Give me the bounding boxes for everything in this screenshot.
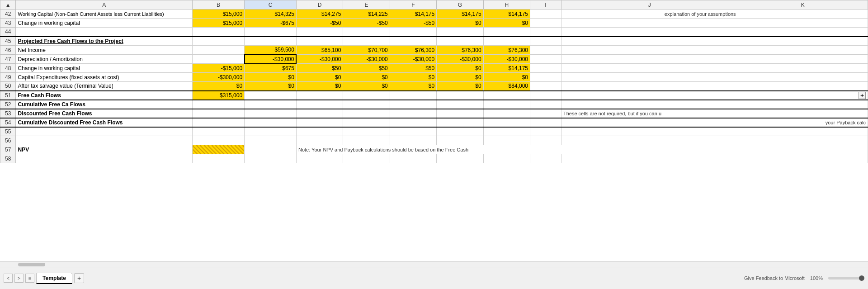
cell-45-a[interactable]: Projected Free Cash Flows to the Project: [16, 37, 193, 46]
scrollbar-thumb[interactable]: [18, 263, 45, 266]
cell-47-d[interactable]: -$30,000: [296, 55, 343, 64]
expand-icon[interactable]: +: [859, 92, 866, 99]
col-header-i[interactable]: I: [530, 0, 561, 9]
cell-51-g: [437, 91, 483, 100]
cell-48-h[interactable]: $14,175: [483, 64, 530, 73]
cell-57-b[interactable]: [193, 145, 245, 154]
cell-49-e[interactable]: $0: [343, 73, 390, 82]
cell-48-a[interactable]: Change in working capital: [16, 64, 193, 73]
cell-46-h[interactable]: $76,300: [483, 46, 530, 55]
cell-53-c: [245, 109, 297, 118]
cell-48-b[interactable]: -$15,000: [193, 64, 245, 73]
col-header-h[interactable]: H: [483, 0, 530, 9]
col-header-j[interactable]: J: [561, 0, 738, 9]
col-header-g[interactable]: G: [437, 0, 483, 9]
cell-48-g[interactable]: $0: [437, 64, 483, 73]
col-header-f[interactable]: F: [390, 0, 436, 9]
cell-46-g[interactable]: $76,300: [437, 46, 483, 55]
sheet-tab-template[interactable]: Template: [36, 273, 72, 284]
cell-42-g[interactable]: $14,175: [437, 9, 483, 19]
zoom-slider-thumb[interactable]: [859, 275, 864, 281]
cell-50-f[interactable]: $0: [390, 82, 436, 91]
cell-47-f[interactable]: -$30,000: [390, 55, 436, 64]
cell-42-d[interactable]: $14,275: [296, 9, 343, 19]
nav-prev-button[interactable]: <: [4, 274, 13, 283]
cell-45-g: [437, 37, 483, 46]
cell-49-c[interactable]: $0: [245, 73, 297, 82]
cell-47-i: [530, 55, 561, 64]
cell-44-h: [483, 28, 530, 37]
cell-45-c: [245, 37, 297, 46]
cell-49-j: [561, 73, 738, 82]
col-header-e[interactable]: E: [343, 0, 390, 9]
cell-43-h[interactable]: $0: [483, 19, 530, 28]
cell-43-e[interactable]: -$50: [343, 19, 390, 28]
cell-42-h[interactable]: $14,175: [483, 9, 530, 19]
cell-50-d[interactable]: $0: [296, 82, 343, 91]
cell-46-e[interactable]: $70,700: [343, 46, 390, 55]
cell-43-d[interactable]: -$50: [296, 19, 343, 28]
cell-50-e[interactable]: $0: [343, 82, 390, 91]
cell-52-f: [390, 100, 436, 109]
cell-46-f[interactable]: $76,300: [390, 46, 436, 55]
add-sheet-button[interactable]: +: [74, 273, 84, 283]
col-header-b[interactable]: B: [193, 0, 245, 9]
cell-53-a[interactable]: Discounted Free Cash Flows: [16, 109, 193, 118]
cell-58-b: [193, 154, 245, 163]
cell-43-g[interactable]: $0: [437, 19, 483, 28]
cell-49-g[interactable]: $0: [437, 73, 483, 82]
cell-50-g[interactable]: $0: [437, 82, 483, 91]
cell-51-b[interactable]: $315,000: [193, 91, 245, 100]
cell-58-k: [738, 154, 868, 163]
cell-42-e[interactable]: $14,225: [343, 9, 390, 19]
cell-47-a[interactable]: Depreciation / Amortization: [16, 55, 193, 64]
cell-52-e: [343, 100, 390, 109]
cell-49-f[interactable]: $0: [390, 73, 436, 82]
cell-47-g[interactable]: -$30,000: [437, 55, 483, 64]
cell-43-c[interactable]: -$675: [245, 19, 297, 28]
cell-50-a[interactable]: After tax salvage value (Terminal Value): [16, 82, 193, 91]
cell-46-j: [561, 46, 738, 55]
cell-51-a[interactable]: Free Cash Flows: [16, 91, 193, 100]
col-header-k[interactable]: K: [738, 0, 868, 9]
cell-43-b[interactable]: $15,000: [193, 19, 245, 28]
cell-57-a[interactable]: NPV: [16, 145, 193, 154]
cell-46-a[interactable]: Net Income: [16, 46, 193, 55]
cell-48-e[interactable]: $50: [343, 64, 390, 73]
cell-48-d[interactable]: $50: [296, 64, 343, 73]
cell-47-c[interactable]: -$30,000: [245, 55, 297, 64]
feedback-link[interactable]: Give Feedback to Microsoft: [744, 275, 805, 281]
cell-47-e[interactable]: -$30,000: [343, 55, 390, 64]
horizontal-scrollbar[interactable]: [0, 261, 868, 267]
cell-46-c[interactable]: $59,500: [245, 46, 297, 55]
cell-43-f[interactable]: -$50: [390, 19, 436, 28]
cell-43-a[interactable]: Change in working capital: [16, 19, 193, 28]
cell-50-c[interactable]: $0: [245, 82, 297, 91]
menu-icon-button[interactable]: ≡: [25, 274, 34, 283]
cell-48-f[interactable]: $50: [390, 64, 436, 73]
nav-next-button[interactable]: >: [14, 274, 24, 283]
cell-42-f[interactable]: $14,175: [390, 9, 436, 19]
cell-42-c[interactable]: $14,325: [245, 9, 297, 19]
cell-56-f: [390, 136, 436, 145]
row-num-58: 58: [0, 154, 16, 163]
cell-54-d: [296, 118, 343, 127]
cell-42-a[interactable]: Working Capital (Non-Cash Current Assets…: [16, 9, 193, 19]
cell-50-b[interactable]: $0: [193, 82, 245, 91]
cell-58-a: [16, 154, 193, 163]
cell-47-h[interactable]: -$30,000: [483, 55, 530, 64]
cell-54-a[interactable]: Cumulative Discounted Free Cash Flows: [16, 118, 193, 127]
cell-49-b[interactable]: -$300,000: [193, 73, 245, 82]
cell-42-b[interactable]: $15,000: [193, 9, 245, 19]
col-header-c[interactable]: C: [245, 0, 297, 9]
cell-46-d[interactable]: $65,100: [296, 46, 343, 55]
cell-49-d[interactable]: $0: [296, 73, 343, 82]
cell-49-h[interactable]: $0: [483, 73, 530, 82]
zoom-slider[interactable]: [828, 277, 864, 280]
cell-52-a[interactable]: Cumulative Free Ca Flows: [16, 100, 193, 109]
cell-48-c[interactable]: $675: [245, 64, 297, 73]
cell-49-a[interactable]: Capital Expenditures (fixed assets at co…: [16, 73, 193, 82]
col-header-a[interactable]: A: [16, 0, 193, 9]
col-header-d[interactable]: D: [296, 0, 343, 9]
cell-50-h[interactable]: $84,000: [483, 82, 530, 91]
